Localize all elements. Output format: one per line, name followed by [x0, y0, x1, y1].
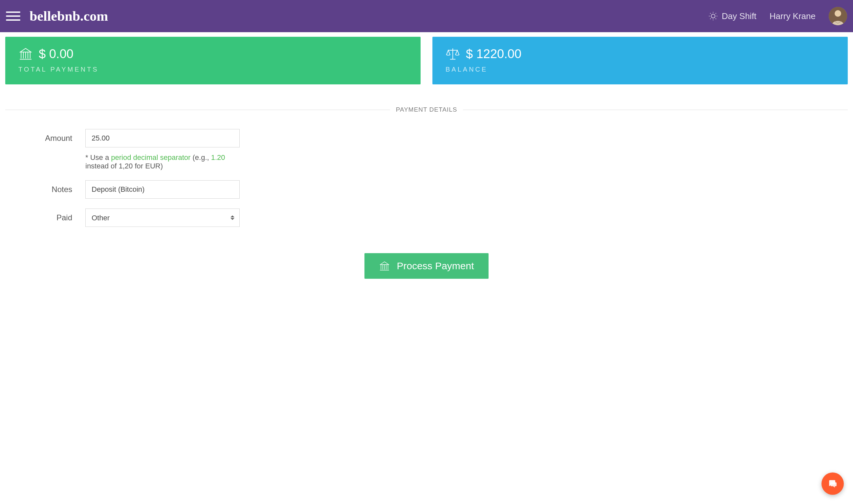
hint-link[interactable]: period decimal separator — [111, 153, 190, 162]
notes-label: Notes — [0, 180, 85, 194]
header-left: bellebnb.com — [6, 8, 108, 24]
amount-input[interactable] — [85, 129, 240, 147]
divider-line — [463, 110, 848, 110]
svg-line-3 — [710, 13, 711, 14]
total-payments-value: $ 0.00 — [39, 47, 74, 61]
amount-hint: * Use a period decimal separator (e.g., … — [85, 153, 240, 170]
svg-point-10 — [835, 10, 841, 17]
svg-line-8 — [716, 13, 716, 14]
svg-line-7 — [710, 18, 711, 19]
notes-input[interactable] — [85, 180, 240, 199]
paid-select[interactable]: Other — [85, 209, 240, 227]
balance-label: BALANCE — [446, 66, 835, 73]
bank-icon — [379, 260, 390, 272]
svg-point-0 — [711, 14, 715, 18]
avatar-image — [829, 7, 847, 25]
shift-toggle[interactable]: Day Shift — [709, 11, 757, 21]
sun-icon — [709, 12, 718, 21]
paid-label: Paid — [0, 209, 85, 222]
bank-icon — [18, 47, 33, 61]
process-payment-label: Process Payment — [397, 260, 474, 272]
menu-button[interactable] — [6, 12, 20, 21]
section-title: PAYMENT DETAILS — [396, 106, 457, 113]
divider-line — [5, 110, 390, 110]
scales-icon — [446, 47, 460, 61]
total-payments-label: TOTAL PAYMENTS — [18, 66, 407, 73]
payment-form: Amount * Use a period decimal separator … — [0, 129, 853, 227]
amount-label: Amount — [0, 129, 85, 143]
process-payment-button[interactable]: Process Payment — [364, 253, 488, 279]
header-right: Day Shift Harry Krane — [709, 7, 847, 25]
avatar[interactable] — [829, 7, 847, 25]
brand-logo[interactable]: bellebnb.com — [30, 8, 108, 24]
shift-label: Day Shift — [722, 11, 757, 21]
app-header: bellebnb.com Day Shift Harry Krane — [0, 0, 853, 32]
summary-cards: $ 0.00 TOTAL PAYMENTS $ 1220.00 BALANCE — [0, 32, 853, 84]
balance-card: $ 1220.00 BALANCE — [432, 37, 848, 84]
section-divider: PAYMENT DETAILS — [5, 106, 848, 113]
total-payments-card: $ 0.00 TOTAL PAYMENTS — [5, 37, 421, 84]
balance-value: $ 1220.00 — [466, 47, 521, 61]
user-menu[interactable]: Harry Krane — [769, 11, 816, 21]
svg-line-4 — [716, 18, 716, 19]
